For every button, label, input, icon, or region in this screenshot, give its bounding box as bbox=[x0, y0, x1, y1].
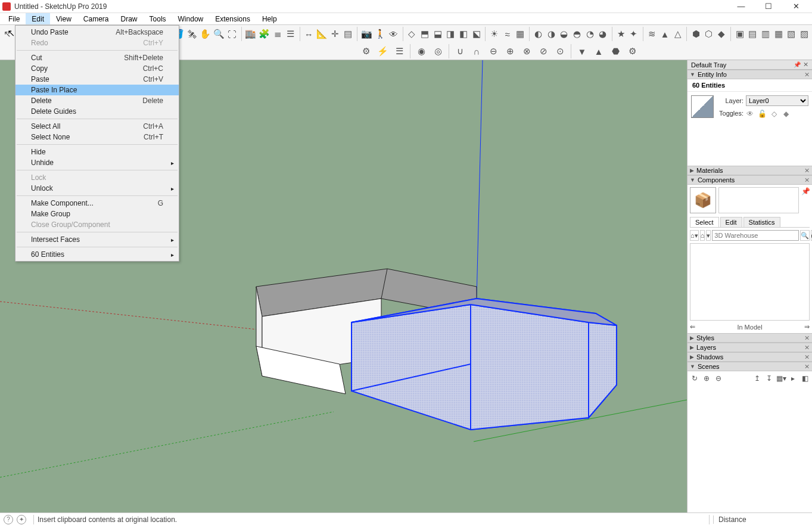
toolbar-styles4-icon[interactable]: ◓ bbox=[571, 26, 583, 42]
toolbar-extensions-icon[interactable]: 🧩 bbox=[258, 26, 270, 42]
tray-header[interactable]: Default Tray 📌 ⨯ bbox=[687, 60, 812, 70]
toolbar-layers-icon[interactable]: ≣ bbox=[272, 26, 284, 42]
edit-menu-make-group[interactable]: Make Group bbox=[15, 209, 179, 219]
toolbar-solid-a-icon[interactable]: ◉ bbox=[413, 44, 429, 59]
tab-edit[interactable]: Edit bbox=[720, 217, 742, 227]
help-icon[interactable]: ? bbox=[4, 515, 13, 524]
close-button[interactable]: ✕ bbox=[782, 0, 810, 13]
edit-menu-make-component-[interactable]: Make Component...G bbox=[15, 198, 179, 209]
edit-menu-unlock[interactable]: Unlock▸ bbox=[15, 183, 179, 194]
toolbar-bool7-icon[interactable]: ⊙ bbox=[552, 44, 568, 59]
toolbar-bool6-icon[interactable]: ⊘ bbox=[536, 44, 551, 59]
panel-close-icon[interactable]: ⨯ bbox=[804, 167, 810, 175]
scene-up-icon[interactable]: ↥ bbox=[752, 374, 762, 383]
toolbar-solid2-icon[interactable]: ⬡ bbox=[703, 26, 715, 42]
toolbar-bool1-icon[interactable]: ∪ bbox=[452, 44, 468, 59]
toolbar-solid-b-icon[interactable]: ◎ bbox=[430, 44, 446, 59]
visible-toggle-icon[interactable]: 👁 bbox=[746, 110, 754, 118]
components-list[interactable] bbox=[690, 243, 810, 321]
edit-menu-delete-guides[interactable]: Delete Guides bbox=[15, 106, 179, 117]
edit-menu-intersect-faces[interactable]: Intersect Faces▸ bbox=[15, 234, 179, 245]
toolbar-orbit-icon[interactable]: 🛰 bbox=[186, 26, 198, 42]
nav-forward-icon[interactable]: ⇒ bbox=[804, 323, 810, 331]
toolbar-render2-icon[interactable]: ✦ bbox=[628, 26, 640, 42]
toolbar-sandbox2-icon[interactable]: ▲ bbox=[659, 26, 671, 42]
panel-components-header[interactable]: ▼ Components ⨯ bbox=[687, 175, 812, 185]
toolbar-dyn3-icon[interactable]: ☰ bbox=[391, 44, 407, 59]
minimize-button[interactable]: — bbox=[727, 0, 755, 13]
home-icon[interactable]: ⌂ bbox=[700, 230, 705, 241]
edit-menu-unhide[interactable]: Unhide▸ bbox=[15, 157, 179, 168]
toolbar-sandbox1-icon[interactable]: ≋ bbox=[646, 26, 658, 42]
toolbar-fog-icon[interactable]: ≈ bbox=[502, 26, 514, 42]
panel-shadows-header[interactable]: ▶ Shadows ⨯ bbox=[687, 352, 812, 362]
edit-menu-hide[interactable]: Hide bbox=[15, 147, 179, 157]
scene-update-icon[interactable]: ↻ bbox=[690, 374, 699, 383]
toolbar-render1-icon[interactable]: ★ bbox=[615, 26, 627, 42]
toolbar-ext3-icon[interactable]: ⬣ bbox=[608, 44, 623, 59]
menu-window[interactable]: Window bbox=[172, 13, 210, 24]
toolbar-ext4-icon[interactable]: ⚙ bbox=[624, 44, 640, 59]
component-thumbnail[interactable]: 📦 bbox=[690, 187, 716, 213]
toolbar-top-icon[interactable]: ⬒ bbox=[419, 26, 431, 42]
toolbar-styles1-icon[interactable]: ◐ bbox=[533, 26, 545, 42]
toolbar-views2-icon[interactable]: ▤ bbox=[747, 26, 759, 42]
toolbar-warehouse-icon[interactable]: 🏬 bbox=[244, 26, 257, 42]
dropdown-icon[interactable]: ▾ bbox=[706, 230, 711, 241]
edit-menu-delete[interactable]: DeleteDelete bbox=[15, 95, 179, 106]
panel-scenes-header[interactable]: ▼ Scenes ⨯ bbox=[687, 362, 812, 371]
toolbar-styles2-icon[interactable]: ◑ bbox=[545, 26, 557, 42]
panel-layers-header[interactable]: ▶ Layers ⨯ bbox=[687, 343, 812, 352]
toolbar-bool5-icon[interactable]: ⊗ bbox=[519, 44, 534, 59]
panel-close-icon[interactable]: ⨯ bbox=[804, 344, 810, 352]
toolbar-shadows-icon[interactable]: ☀ bbox=[489, 26, 500, 42]
toolbar-iso-icon[interactable]: ◇ bbox=[406, 26, 418, 42]
menu-edit[interactable]: Edit bbox=[26, 13, 50, 24]
menu-file[interactable]: File bbox=[2, 13, 26, 24]
panel-close-icon[interactable]: ⨯ bbox=[804, 363, 810, 371]
panel-entity-info-header[interactable]: ▼ Entity Info ⨯ bbox=[687, 70, 812, 79]
pin-icon[interactable]: 📌 bbox=[794, 61, 801, 68]
panel-close-icon[interactable]: ⨯ bbox=[804, 176, 810, 184]
tab-select[interactable]: Select bbox=[690, 217, 719, 227]
menu-extensions[interactable]: Extensions bbox=[209, 13, 256, 24]
toolbar-dim-icon[interactable]: ↔ bbox=[303, 26, 315, 42]
toolbar-views4-icon[interactable]: ▦ bbox=[773, 26, 785, 42]
toolbar-section-icon[interactable]: ▤ bbox=[343, 26, 354, 42]
edit-menu-select-none[interactable]: Select NoneCtrl+T bbox=[15, 132, 179, 142]
panel-close-icon[interactable]: ⨯ bbox=[804, 353, 810, 361]
toolbar-sandbox3-icon[interactable]: △ bbox=[672, 26, 684, 42]
toolbar-walk-icon[interactable]: 🚶 bbox=[374, 26, 387, 42]
tab-statistics[interactable]: Statistics bbox=[743, 217, 780, 227]
panel-styles-header[interactable]: ▶ Styles ⨯ bbox=[687, 333, 812, 343]
toolbar-zoom-icon[interactable]: 🔍 bbox=[213, 26, 225, 42]
toolbar-dyn2-icon[interactable]: ⚡ bbox=[375, 44, 390, 59]
toolbar-left-icon[interactable]: ⬕ bbox=[471, 26, 483, 42]
scene-add-icon[interactable]: ⊕ bbox=[702, 374, 711, 383]
toolbar-zoom-extents-icon[interactable]: ⛶ bbox=[226, 26, 238, 42]
panel-close-icon[interactable]: ⨯ bbox=[804, 71, 810, 79]
scene-remove-icon[interactable]: ⊖ bbox=[714, 374, 723, 383]
warehouse-search-input[interactable] bbox=[712, 230, 799, 241]
toolbar-views6-icon[interactable]: ▨ bbox=[798, 26, 810, 42]
edit-menu-undo-paste[interactable]: Undo PasteAlt+Backspace bbox=[15, 27, 179, 38]
scene-view-icon[interactable]: ▦▾ bbox=[776, 374, 786, 383]
toolbar-outliner-icon[interactable]: ☰ bbox=[285, 26, 297, 42]
menu-draw[interactable]: Draw bbox=[115, 13, 144, 24]
toolbar-bool4-icon[interactable]: ⊕ bbox=[502, 44, 518, 59]
toolbar-views5-icon[interactable]: ▧ bbox=[786, 26, 798, 42]
toolbar-pan-icon[interactable]: ✋ bbox=[199, 26, 211, 42]
toolbar-styles5-icon[interactable]: ◔ bbox=[584, 26, 596, 42]
nav-dropdown-icon[interactable]: ⌂▾ bbox=[690, 230, 699, 241]
toolbar-bool2-icon[interactable]: ∩ bbox=[469, 44, 484, 59]
menu-view[interactable]: View bbox=[50, 13, 77, 24]
layer-select[interactable]: Layer0 bbox=[746, 95, 808, 106]
scene-down-icon[interactable]: ↧ bbox=[764, 374, 774, 383]
toolbar-styles6-icon[interactable]: ◕ bbox=[597, 26, 609, 42]
scenes-list[interactable] bbox=[687, 386, 812, 512]
toolbar-xray-icon[interactable]: ▦ bbox=[514, 26, 526, 42]
toolbar-bool3-icon[interactable]: ⊖ bbox=[486, 44, 501, 59]
geo-icon[interactable]: ✦ bbox=[17, 515, 26, 524]
tray-close-icon[interactable]: ⨯ bbox=[803, 61, 808, 69]
panel-close-icon[interactable]: ⨯ bbox=[804, 334, 810, 342]
